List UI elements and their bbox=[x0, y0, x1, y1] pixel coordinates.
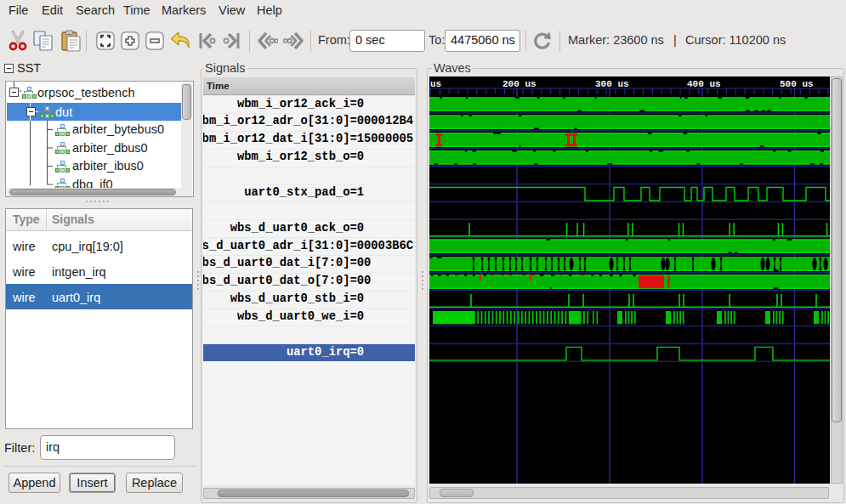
svg-text:400 us: 400 us bbox=[687, 79, 721, 89]
svg-text:200 us: 200 us bbox=[502, 79, 537, 89]
svg-text:us: us bbox=[430, 79, 441, 89]
svg-text:300 us: 300 us bbox=[595, 79, 629, 89]
svg-text:500 us: 500 us bbox=[780, 79, 814, 89]
